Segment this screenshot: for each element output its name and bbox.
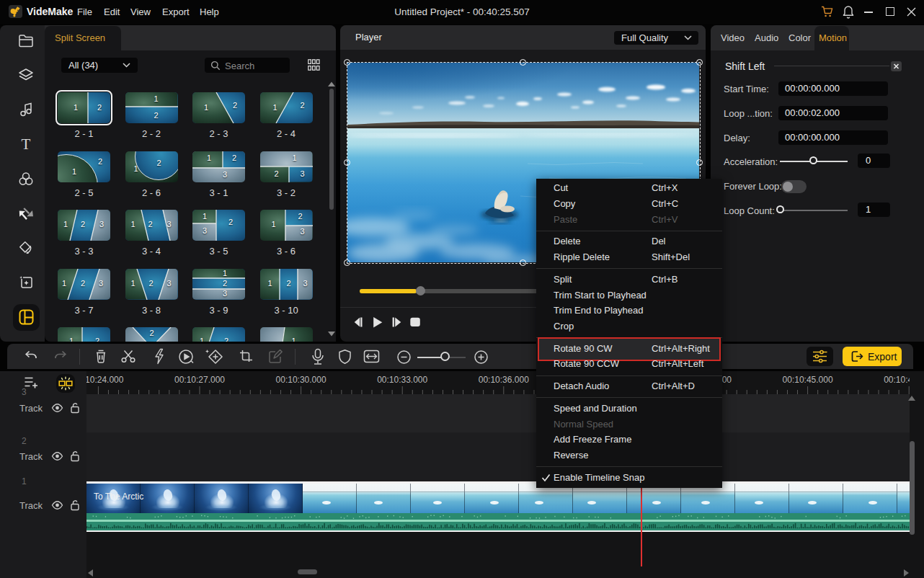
svg-text:T: T — [22, 136, 31, 152]
